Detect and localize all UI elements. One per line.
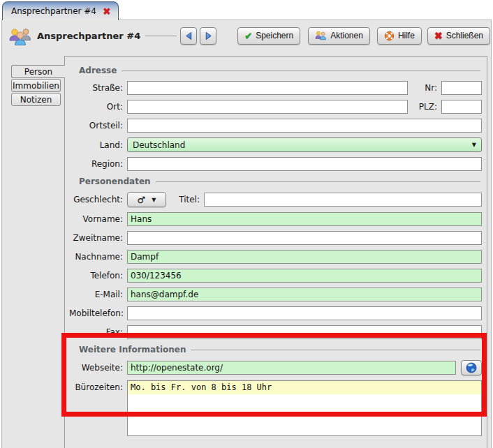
save-button[interactable]: ✔ Speichern <box>237 27 300 45</box>
row-ort: Ort: PLZ: <box>69 100 482 114</box>
group-separator-line <box>191 350 480 350</box>
strasse-input[interactable] <box>127 81 408 95</box>
row-zweitname: Zweitname: <box>69 231 482 245</box>
arrow-right-icon <box>204 31 213 40</box>
open-website-button[interactable] <box>461 360 482 375</box>
group-title-adresse-label: Adresse <box>79 66 117 75</box>
buerozeiten-textarea[interactable]: Mo. bis Fr. von 8 bis 18 Uhr <box>127 380 482 436</box>
contacts-icon <box>8 27 32 45</box>
title-separator-line <box>145 36 177 36</box>
actions-button[interactable]: Aktionen <box>308 27 370 45</box>
form-panel: Adresse Straße: Nr: Ort: PLZ: Ortsteil: … <box>64 56 487 448</box>
land-dropdown[interactable]: Deutschland ▼ <box>127 137 482 152</box>
buerozeiten-text: Mo. bis Fr. von 8 bis 18 Uhr <box>128 381 481 394</box>
region-input[interactable] <box>127 157 482 171</box>
help-button-label: Hilfe <box>398 31 415 40</box>
close-button[interactable]: ✖ Schließen <box>427 27 490 45</box>
row-mobiltelefon: Mobiltelefon: <box>69 306 482 320</box>
ort-label: Ort: <box>69 102 123 112</box>
row-vorname: Vorname: <box>69 212 482 226</box>
zweitname-label: Zweitname: <box>69 233 123 243</box>
nachname-label: Nachname: <box>69 252 123 262</box>
arrow-left-icon <box>184 31 193 40</box>
fax-input[interactable] <box>127 325 482 339</box>
chevron-down-icon: ▼ <box>472 142 476 148</box>
telefon-label: Telefon: <box>69 271 123 281</box>
group-title-personendaten-label: Personendaten <box>79 177 151 186</box>
vorname-label: Vorname: <box>69 214 123 224</box>
sidebar-tab-immobilien-label: Immobilien <box>13 81 59 91</box>
row-ortsteil: Ortsteil: <box>69 119 482 133</box>
plz-label: PLZ: <box>412 102 437 112</box>
row-geschlecht-titel: Geschlecht: ♂ ▼ Titel: <box>69 192 482 207</box>
row-telefon: Telefon: <box>69 269 482 283</box>
vorname-input[interactable] <box>127 212 482 226</box>
close-button-label: Schließen <box>446 31 483 40</box>
group-title-weitere-informationen-label: Weitere Informationen <box>79 345 186 354</box>
tab-close-icon[interactable]: ✖ <box>103 6 111 16</box>
globe-icon <box>466 362 477 373</box>
buerozeiten-label: Bürozeiten: <box>69 380 123 392</box>
row-land: Land: Deutschland ▼ <box>69 137 482 152</box>
sidebar-tab-person[interactable]: Person <box>11 65 65 78</box>
chevron-down-icon: ▼ <box>152 197 156 203</box>
ortsteil-label: Ortsteil: <box>69 121 123 130</box>
region-label: Region: <box>69 159 123 169</box>
group-separator-line <box>122 70 480 71</box>
webseite-input[interactable] <box>127 361 456 375</box>
ortsteil-input[interactable] <box>127 119 482 133</box>
geschlecht-dropdown[interactable]: ♂ ▼ <box>127 192 166 207</box>
fax-label: Fax: <box>69 327 123 337</box>
mobiltelefon-label: Mobiltelefon: <box>69 308 123 318</box>
sidebar-tab-notizen-label: Notizen <box>20 95 52 105</box>
nr-label: Nr: <box>412 83 437 93</box>
webseite-label: Webseite: <box>69 363 123 373</box>
mobiltelefon-input[interactable] <box>127 306 482 320</box>
row-buerozeiten: Bürozeiten: Mo. bis Fr. von 8 bis 18 Uhr <box>69 380 482 436</box>
zweitname-input[interactable] <box>127 231 482 245</box>
row-strasse: Straße: Nr: <box>69 81 482 95</box>
tab-bar: Ansprechpartner #4 ✖ <box>0 0 493 20</box>
tab-ansprechpartner[interactable]: Ansprechpartner #4 ✖ <box>2 1 119 20</box>
page-title: Ansprechpartner #4 <box>37 31 140 41</box>
group-title-weitere-informationen: Weitere Informationen <box>79 345 480 354</box>
land-label: Land: <box>69 140 123 150</box>
tab-title: Ansprechpartner #4 <box>11 6 96 16</box>
row-nachname: Nachname: <box>69 250 482 264</box>
group-title-adresse: Adresse <box>79 66 480 75</box>
nachname-input[interactable] <box>127 250 482 264</box>
strasse-label: Straße: <box>69 83 123 93</box>
lifebuoy-icon <box>384 31 395 41</box>
row-email: E-Mail: <box>69 288 482 301</box>
row-region: Region: <box>69 157 482 171</box>
ort-input[interactable] <box>127 100 408 114</box>
titel-input[interactable] <box>204 193 482 207</box>
group-title-personendaten: Personendaten <box>79 177 480 186</box>
sidebar: Person Immobilien Notizen <box>11 65 65 107</box>
save-button-label: Speichern <box>256 31 293 40</box>
previous-button[interactable] <box>180 27 197 45</box>
male-symbol-icon: ♂ <box>138 195 146 205</box>
sidebar-tab-person-label: Person <box>24 67 52 77</box>
sidebar-tab-immobilien[interactable]: Immobilien <box>11 79 61 92</box>
sidebar-tab-notizen[interactable]: Notizen <box>11 93 61 106</box>
row-webseite: Webseite: <box>69 360 482 375</box>
titel-label: Titel: <box>170 195 200 204</box>
email-input[interactable] <box>127 288 482 301</box>
help-button[interactable]: Hilfe <box>377 27 422 45</box>
plz-input[interactable] <box>441 100 482 114</box>
actions-button-label: Aktionen <box>330 31 363 40</box>
geschlecht-label: Geschlecht: <box>69 195 123 204</box>
people-icon <box>315 31 327 40</box>
nr-input[interactable] <box>441 81 482 95</box>
header: Ansprechpartner #4 ✔ Speichern <box>8 25 490 46</box>
email-label: E-Mail: <box>69 290 123 299</box>
row-fax: Fax: <box>69 325 482 339</box>
check-icon: ✔ <box>244 31 252 40</box>
close-x-icon: ✖ <box>434 31 443 40</box>
group-separator-line <box>156 181 480 182</box>
next-button[interactable] <box>200 27 216 45</box>
land-dropdown-value: Deutschland <box>133 140 185 150</box>
telefon-input[interactable] <box>127 269 482 283</box>
